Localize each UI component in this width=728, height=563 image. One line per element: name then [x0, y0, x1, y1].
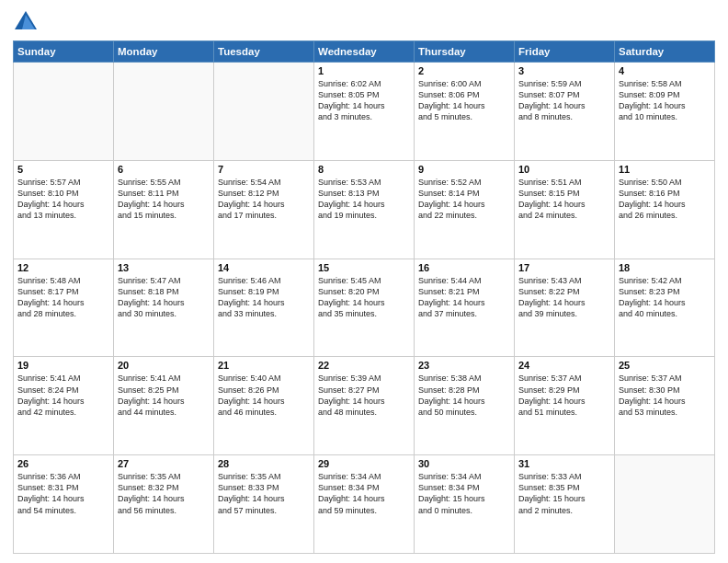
day-number: 27	[118, 458, 210, 469]
cell-line: Daylight: 14 hours	[518, 396, 610, 407]
cell-line: Sunset: 8:33 PM	[218, 482, 310, 493]
cell-line: and 39 minutes.	[518, 308, 610, 319]
cell-line: Sunset: 8:27 PM	[318, 385, 410, 396]
calendar-header-sunday: Sunday	[14, 41, 114, 63]
day-number: 15	[318, 262, 410, 273]
calendar-header-saturday: Saturday	[615, 41, 715, 63]
cell-line: Sunset: 8:19 PM	[218, 286, 310, 297]
cell-line: and 56 minutes.	[118, 505, 210, 516]
cell-line: Sunset: 8:22 PM	[518, 286, 610, 297]
cell-line: and 19 minutes.	[318, 210, 410, 221]
cell-line: Sunrise: 5:57 AM	[17, 177, 109, 188]
cell-line: Daylight: 14 hours	[418, 100, 510, 111]
day-number: 18	[619, 262, 711, 273]
cell-line: Sunset: 8:13 PM	[318, 188, 410, 199]
calendar-header-monday: Monday	[114, 41, 214, 63]
cell-line: and 53 minutes.	[619, 407, 711, 418]
cell-line: and 0 minutes.	[418, 505, 510, 516]
cell-line: and 33 minutes.	[218, 308, 310, 319]
cell-line: Daylight: 14 hours	[17, 297, 109, 308]
calendar-cell: 14Sunrise: 5:46 AMSunset: 8:19 PMDayligh…	[214, 259, 314, 357]
cell-line: Daylight: 14 hours	[17, 493, 109, 504]
cell-line: and 59 minutes.	[318, 505, 410, 516]
cell-line: Sunrise: 5:41 AM	[118, 373, 210, 384]
calendar-header-friday: Friday	[515, 41, 615, 63]
calendar-table: SundayMondayTuesdayWednesdayThursdayFrid…	[13, 40, 715, 554]
cell-line: Sunset: 8:35 PM	[518, 482, 610, 493]
cell-line: Sunrise: 6:02 AM	[318, 78, 410, 89]
logo-icon	[13, 9, 39, 35]
week-row-2: 12Sunrise: 5:48 AMSunset: 8:17 PMDayligh…	[14, 259, 715, 357]
calendar-cell: 31Sunrise: 5:33 AMSunset: 8:35 PMDayligh…	[515, 455, 615, 554]
cell-line: Daylight: 14 hours	[17, 199, 109, 210]
cell-line: Daylight: 14 hours	[118, 297, 210, 308]
cell-line: and 15 minutes.	[118, 210, 210, 221]
calendar-cell: 11Sunrise: 5:50 AMSunset: 8:16 PMDayligh…	[615, 160, 715, 259]
cell-line: Daylight: 15 hours	[418, 493, 510, 504]
calendar-cell: 20Sunrise: 5:41 AMSunset: 8:25 PMDayligh…	[114, 357, 214, 455]
logo	[13, 9, 42, 35]
calendar-cell: 22Sunrise: 5:39 AMSunset: 8:27 PMDayligh…	[314, 357, 415, 455]
day-number: 17	[518, 262, 610, 273]
calendar-cell: 18Sunrise: 5:42 AMSunset: 8:23 PMDayligh…	[615, 259, 715, 357]
calendar-cell: 28Sunrise: 5:35 AMSunset: 8:33 PMDayligh…	[214, 455, 314, 554]
cell-line: and 37 minutes.	[418, 308, 510, 319]
calendar-cell	[14, 63, 114, 161]
cell-line: Daylight: 14 hours	[318, 396, 410, 407]
cell-line: and 8 minutes.	[518, 111, 610, 122]
cell-line: Daylight: 14 hours	[218, 493, 310, 504]
day-number: 24	[518, 360, 610, 371]
calendar-cell: 21Sunrise: 5:40 AMSunset: 8:26 PMDayligh…	[214, 357, 314, 455]
calendar-cell: 19Sunrise: 5:41 AMSunset: 8:24 PMDayligh…	[14, 357, 114, 455]
week-row-4: 26Sunrise: 5:36 AMSunset: 8:31 PMDayligh…	[14, 455, 715, 554]
day-number: 14	[218, 262, 310, 273]
week-row-1: 5Sunrise: 5:57 AMSunset: 8:10 PMDaylight…	[14, 160, 715, 259]
cell-line: Sunrise: 5:35 AM	[218, 471, 310, 482]
day-number: 30	[418, 458, 510, 469]
cell-line: Sunset: 8:18 PM	[118, 286, 210, 297]
day-number: 12	[17, 262, 109, 273]
calendar-cell	[114, 63, 214, 161]
cell-line: Sunset: 8:34 PM	[418, 482, 510, 493]
day-number: 6	[118, 164, 210, 175]
cell-line: Sunrise: 5:51 AM	[518, 177, 610, 188]
cell-line: Sunrise: 5:37 AM	[518, 373, 610, 384]
cell-line: and 30 minutes.	[118, 308, 210, 319]
cell-line: and 50 minutes.	[418, 407, 510, 418]
cell-line: Daylight: 14 hours	[318, 297, 410, 308]
cell-line: Sunset: 8:23 PM	[619, 286, 711, 297]
cell-line: Sunrise: 5:34 AM	[418, 471, 510, 482]
cell-line: and 22 minutes.	[418, 210, 510, 221]
calendar-cell: 6Sunrise: 5:55 AMSunset: 8:11 PMDaylight…	[114, 160, 214, 259]
cell-line: Sunrise: 5:38 AM	[418, 373, 510, 384]
cell-line: Daylight: 14 hours	[518, 100, 610, 111]
calendar-cell: 30Sunrise: 5:34 AMSunset: 8:34 PMDayligh…	[415, 455, 515, 554]
cell-line: Sunrise: 5:40 AM	[218, 373, 310, 384]
calendar-cell: 3Sunrise: 5:59 AMSunset: 8:07 PMDaylight…	[515, 63, 615, 161]
cell-line: and 51 minutes.	[518, 407, 610, 418]
cell-line: Sunset: 8:10 PM	[17, 188, 109, 199]
calendar-cell: 4Sunrise: 5:58 AMSunset: 8:09 PMDaylight…	[615, 63, 715, 161]
day-number: 4	[619, 65, 711, 76]
cell-line: Sunset: 8:14 PM	[418, 188, 510, 199]
cell-line: Daylight: 14 hours	[318, 493, 410, 504]
cell-line: Daylight: 14 hours	[218, 199, 310, 210]
day-number: 28	[218, 458, 310, 469]
cell-line: and 2 minutes.	[518, 505, 610, 516]
cell-line: Sunrise: 6:00 AM	[418, 78, 510, 89]
cell-line: Daylight: 14 hours	[518, 199, 610, 210]
day-number: 31	[518, 458, 610, 469]
cell-line: Daylight: 14 hours	[518, 297, 610, 308]
cell-line: Sunrise: 5:53 AM	[318, 177, 410, 188]
cell-line: Sunset: 8:29 PM	[518, 385, 610, 396]
calendar-cell: 2Sunrise: 6:00 AMSunset: 8:06 PMDaylight…	[415, 63, 515, 161]
calendar-header-tuesday: Tuesday	[214, 41, 314, 63]
cell-line: Sunset: 8:26 PM	[218, 385, 310, 396]
header	[13, 9, 715, 35]
calendar-cell: 8Sunrise: 5:53 AMSunset: 8:13 PMDaylight…	[314, 160, 415, 259]
calendar-cell: 13Sunrise: 5:47 AMSunset: 8:18 PMDayligh…	[114, 259, 214, 357]
calendar-cell: 1Sunrise: 6:02 AMSunset: 8:05 PMDaylight…	[314, 63, 415, 161]
cell-line: Daylight: 14 hours	[418, 396, 510, 407]
cell-line: Sunset: 8:05 PM	[318, 89, 410, 100]
cell-line: Sunset: 8:34 PM	[318, 482, 410, 493]
